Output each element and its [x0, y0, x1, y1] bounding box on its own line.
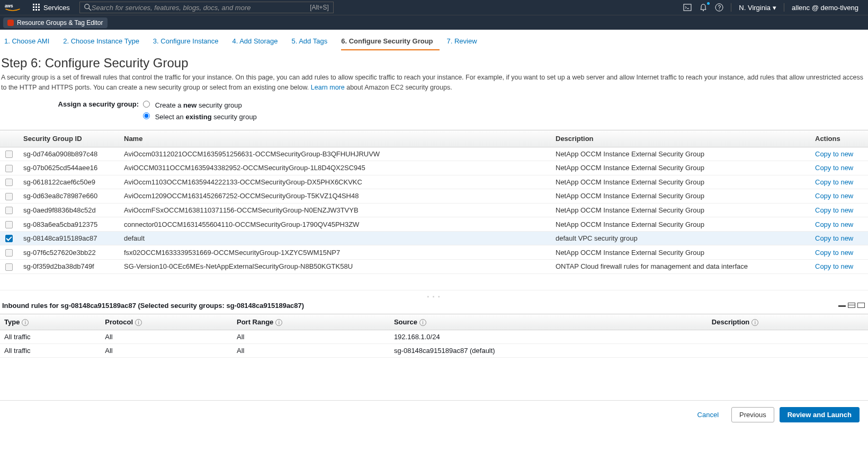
page-description: A security group is a set of firewall ru… [0, 73, 868, 95]
info-icon[interactable]: i [419, 319, 426, 326]
copy-to-new-link[interactable]: Copy to new [815, 192, 853, 200]
copy-to-new-link[interactable]: Copy to new [815, 178, 853, 186]
assign-security-group: Assign a security group: Create a new se… [0, 95, 868, 125]
table-row[interactable]: sg-07f6c527620e3bb22fsx02OCCM16333395316… [0, 245, 868, 260]
copy-to-new-link[interactable]: Copy to new [815, 234, 853, 242]
col-desc[interactable]: Descriptioni [708, 314, 868, 330]
sg-name: AviOccm1103OCCM1635944222133-OCCMSecurit… [119, 175, 550, 189]
wizard-step[interactable]: 6. Configure Security Group [341, 34, 439, 50]
copy-to-new-link[interactable]: Copy to new [815, 206, 853, 214]
col-protocol[interactable]: Protocoli [101, 314, 232, 330]
sg-id: sg-08148ca915189ac87 [18, 231, 119, 245]
sg-desc: NetApp OCCM Instance External Security G… [550, 161, 810, 175]
sg-id: sg-0aed9f8836b48c52d [18, 203, 119, 217]
table-row[interactable]: sg-07b0625cd544aee16AviOCCM0311OCCM16359… [0, 161, 868, 175]
table-row[interactable]: sg-08148ca915189ac87defaultdefault VPC s… [0, 231, 868, 245]
sg-desc: NetApp OCCM Instance External Security G… [550, 147, 810, 161]
help-icon[interactable]: ? [715, 3, 723, 12]
wizard-step[interactable]: 3. Configure Instance [153, 34, 225, 50]
sg-desc: NetApp OCCM Instance External Security G… [550, 217, 810, 232]
search-icon [84, 4, 92, 11]
wizard-step[interactable]: 1. Choose AMI [4, 34, 56, 50]
wizard-step[interactable]: 5. Add Tags [291, 34, 334, 50]
inbound-rules-title: Inbound rules for sg-08148ca915189ac87 (… [2, 302, 304, 310]
row-checkbox[interactable] [5, 221, 13, 228]
svg-rect-1 [33, 4, 34, 5]
assign-label: Assign a security group: [0, 99, 143, 108]
sg-name: SG-Version10-0CEc6MEs-NetAppExternalSecu… [119, 260, 550, 274]
sg-name: AviOccmFSxOCCM1638110371156-OCCMSecurity… [119, 203, 550, 217]
restore-icon[interactable] [848, 303, 855, 308]
sg-name: AviOccm03112021OCCM1635951256631-OCCMSec… [119, 147, 550, 161]
info-icon[interactable]: i [275, 319, 282, 326]
sg-id: sg-07f6c527620e3bb22 [18, 245, 119, 260]
copy-to-new-link[interactable]: Copy to new [815, 220, 853, 228]
col-port[interactable]: Port Rangei [232, 314, 390, 330]
search-shortcut: [Alt+S] [310, 4, 329, 11]
col-source[interactable]: Sourcei [390, 314, 708, 330]
col-type[interactable]: Typei [0, 314, 101, 330]
global-search[interactable]: [Alt+S] [79, 2, 334, 13]
select-existing-sg-radio[interactable]: Select an existing security group [143, 111, 257, 122]
resource-groups-link[interactable]: Resource Groups & Tag Editor [3, 17, 108, 28]
previous-button[interactable]: Previous [731, 407, 774, 422]
table-row[interactable]: sg-0f359d2ba38db749fSG-Version10-0CEc6ME… [0, 260, 868, 274]
sg-name: connector01OCCM1631455604110-OCCMSecurit… [119, 217, 550, 232]
cancel-button[interactable]: Cancel [690, 407, 726, 422]
row-checkbox[interactable] [5, 193, 13, 200]
review-launch-button[interactable]: Review and Launch [780, 407, 860, 422]
region-selector[interactable]: N. Virginia ▾ [739, 4, 776, 12]
copy-to-new-link[interactable]: Copy to new [815, 249, 853, 257]
info-icon[interactable]: i [751, 319, 758, 326]
rule-type: All traffic [0, 330, 101, 343]
col-name[interactable]: Name [119, 130, 550, 147]
wizard-step[interactable]: 7. Review [447, 34, 484, 50]
col-actions[interactable]: Actions [810, 130, 868, 147]
search-input[interactable] [92, 4, 293, 12]
info-icon[interactable]: i [135, 319, 142, 326]
rule-row: All trafficAllAll192.168.1.0/24 [0, 330, 868, 343]
col-description[interactable]: Description [550, 130, 810, 147]
learn-more-link[interactable]: Learn more [311, 84, 345, 91]
sg-id: sg-083a6ea5cba912375 [18, 217, 119, 232]
row-checkbox[interactable] [5, 263, 13, 271]
copy-to-new-link[interactable]: Copy to new [815, 150, 853, 158]
row-checkbox[interactable] [5, 179, 13, 186]
resource-groups-icon [7, 20, 14, 26]
table-row[interactable]: sg-083a6ea5cba912375connector01OCCM16314… [0, 217, 868, 232]
row-checkbox[interactable] [5, 249, 13, 257]
row-checkbox[interactable] [5, 207, 13, 214]
page-title: Step 6: Configure Security Group [0, 50, 868, 73]
sg-name: fsx02OCCM1633339531669-OCCMSecurityGroup… [119, 245, 550, 260]
row-checkbox[interactable] [5, 151, 13, 158]
row-checkbox[interactable] [5, 235, 13, 242]
copy-to-new-link[interactable]: Copy to new [815, 262, 853, 270]
pane-splitter[interactable]: ▪ ▪ ▪ [0, 290, 868, 301]
minimize-icon[interactable] [838, 303, 846, 307]
wizard-step[interactable]: 4. Add Storage [232, 34, 284, 50]
info-icon[interactable]: i [22, 319, 29, 326]
table-row[interactable]: sg-0d746a0908b897c48AviOccm03112021OCCM1… [0, 147, 868, 161]
wizard-step[interactable]: 2. Choose Instance Type [63, 34, 146, 50]
cloudshell-icon[interactable] [683, 3, 692, 12]
maximize-icon[interactable] [857, 303, 865, 308]
aws-logo-icon[interactable]: aws [4, 3, 21, 12]
table-row[interactable]: sg-0d63ea8c78987e660AviOccm1209OCCM16314… [0, 189, 868, 204]
sg-desc: NetApp OCCM Instance External Security G… [550, 175, 810, 189]
svg-point-14 [703, 10, 704, 11]
notifications-icon[interactable] [699, 3, 708, 12]
svg-text:aws: aws [5, 4, 13, 8]
copy-to-new-link[interactable]: Copy to new [815, 164, 853, 172]
rule-port: All [232, 343, 390, 357]
wizard-steps: 1. Choose AMI2. Choose Instance Type3. C… [0, 30, 868, 50]
row-checkbox[interactable] [5, 165, 13, 172]
account-menu[interactable]: allenc @ demo-tlveng [792, 4, 858, 12]
sg-id: sg-0f359d2ba38db749f [18, 260, 119, 274]
table-row[interactable]: sg-0aed9f8836b48c52dAviOccmFSxOCCM163811… [0, 203, 868, 217]
create-new-sg-radio[interactable]: Create a new security group [143, 99, 257, 111]
inbound-rules-header: Inbound rules for sg-08148ca915189ac87 (… [0, 301, 868, 314]
resource-groups-label: Resource Groups & Tag Editor [17, 19, 103, 27]
col-id[interactable]: Security Group ID [18, 130, 119, 147]
table-row[interactable]: sg-0618122caef6c50e9AviOccm1103OCCM16359… [0, 175, 868, 189]
services-menu[interactable]: Services [28, 0, 75, 15]
